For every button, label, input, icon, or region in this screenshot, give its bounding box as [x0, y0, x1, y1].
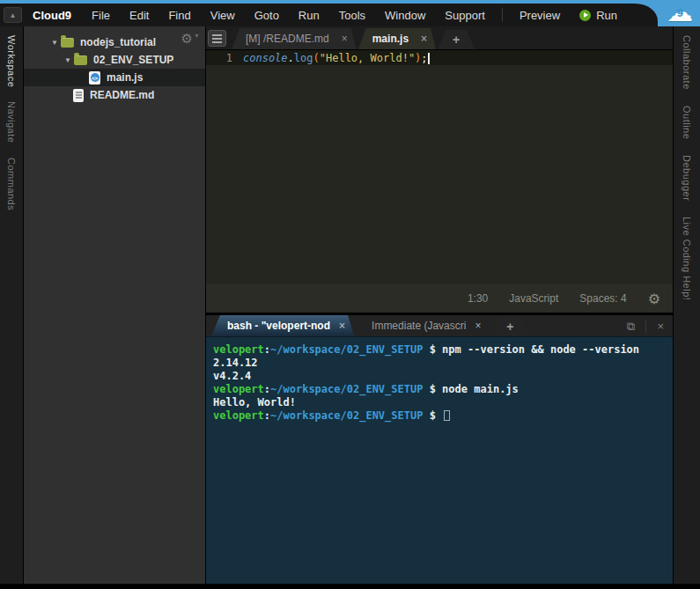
menu-file[interactable]: File — [82, 9, 120, 22]
editor-tab-mainjs[interactable]: main.js × — [358, 28, 436, 49]
new-editor-tab-button[interactable]: + — [438, 30, 475, 49]
menu-run[interactable]: Run — [289, 9, 329, 22]
folder-icon — [61, 38, 74, 48]
expand-arrow-icon[interactable]: ▼ — [48, 39, 61, 47]
expand-arrow-icon[interactable]: ▼ — [62, 56, 74, 64]
tree-settings-button[interactable]: ⚙ ▼ — [181, 31, 200, 47]
cursor-position-status[interactable]: 1:30 — [468, 292, 488, 305]
close-tab-icon[interactable]: × — [421, 33, 427, 45]
folder-icon — [74, 55, 87, 65]
js-badge-icon: <> — [91, 73, 99, 82]
tree-item-file[interactable]: README.md — [24, 86, 205, 104]
text-cursor — [428, 53, 430, 64]
main-area: Workspace Navigate Commands ⚙ ▼ ▼ nodejs… — [0, 26, 700, 584]
tab-list-icon — [212, 38, 222, 40]
menu-window[interactable]: Window — [375, 9, 435, 22]
javascript-file-icon: <> — [89, 71, 100, 85]
tree-item-label: nodejs_tutorial — [80, 36, 156, 48]
sidebar-tab-workspace[interactable]: Workspace — [6, 35, 17, 87]
chevron-up-icon: ▲ — [10, 11, 17, 19]
terminal-line: velopert:~/workspace/02_ENV_SETUP $ npm … — [213, 343, 666, 357]
terminal-tab-immediate[interactable]: Immediate (Javascri × — [356, 315, 490, 336]
terminal-tab-bash[interactable]: bash - "velopert-nod × — [211, 315, 354, 336]
controls-separator — [645, 320, 646, 333]
tab-list-menu-button[interactable] — [208, 30, 226, 47]
terminal-line: 2.14.12 — [213, 357, 666, 370]
sidebar-tab-live-coding-help[interactable]: Live Coding Help! — [682, 217, 692, 300]
sidebar-tab-commands[interactable]: Commands — [6, 158, 17, 210]
terminal-line: velopert:~/workspace/02_ENV_SETUP $ — [213, 409, 666, 423]
sidebar-tab-outline[interactable]: Outline — [682, 106, 692, 139]
editor-tab-bar: [M] /README.md × main.js × + — [206, 26, 673, 50]
sidebar-tab-navigate[interactable]: Navigate — [6, 101, 17, 143]
editor-tab-label: main.js — [372, 33, 409, 45]
menu-support[interactable]: Support — [435, 9, 495, 22]
terminal-output[interactable]: velopert:~/workspace/02_ENV_SETUP $ npm … — [206, 337, 673, 584]
menu-separator — [502, 8, 503, 22]
editor-tab-label: [M] /README.md — [246, 33, 329, 45]
sidebar-tab-collaborate[interactable]: Collaborate — [682, 35, 692, 90]
close-panel-icon[interactable]: × — [657, 320, 664, 333]
close-tab-icon[interactable]: × — [475, 320, 481, 332]
run-button-label: Run — [596, 9, 617, 22]
menu-tools[interactable]: Tools — [329, 9, 375, 22]
terminal-line: v4.2.4 — [213, 370, 666, 383]
bottom-border — [0, 584, 700, 589]
menu-bar: ☁ 9 ▲ Cloud9 File Edit Find View Goto Ru… — [0, 4, 700, 26]
menu-bar-inner: ▲ Cloud9 File Edit Find View Goto Run To… — [0, 4, 658, 26]
play-icon — [579, 10, 591, 21]
tree-item-label: main.js — [107, 71, 143, 84]
editor-settings-gear-icon[interactable]: ⚙ — [648, 291, 660, 307]
menu-goto[interactable]: Goto — [245, 9, 289, 22]
close-tab-icon[interactable]: × — [339, 320, 345, 332]
new-terminal-tab-button[interactable]: + — [491, 317, 528, 336]
line-number: 1 — [206, 52, 243, 64]
tree-item-label: README.md — [90, 89, 154, 101]
preview-button[interactable]: Preview — [510, 9, 570, 22]
sidebar-tab-debugger[interactable]: Debugger — [682, 155, 692, 201]
terminal-line: Hello, World! — [213, 396, 666, 409]
cloud9-logo: ☁ 9 — [658, 1, 693, 26]
collapse-menubar-button[interactable]: ▲ — [4, 7, 22, 23]
maximize-panel-icon[interactable]: ⧉ — [627, 320, 635, 334]
editor-terminal-column: [M] /README.md × main.js × + 1 console.l… — [206, 26, 673, 584]
code-content: console.log("Hello, World!"); — [243, 52, 430, 64]
cloud-logo-9: 9 — [677, 6, 683, 19]
language-mode-status[interactable]: JavaScript — [509, 292, 558, 305]
code-editor[interactable]: 1 console.log("Hello, World!"); — [206, 50, 673, 284]
terminal-line: velopert:~/workspace/02_ENV_SETUP $ node… — [213, 383, 666, 396]
menu-find[interactable]: Find — [158, 9, 200, 22]
editor-tab-readme[interactable]: [M] /README.md × — [232, 28, 357, 49]
file-tree-panel: ⚙ ▼ ▼ nodejs_tutorial ▼ 02_ENV_SETUP <> … — [24, 26, 206, 584]
menu-edit[interactable]: Edit — [120, 9, 158, 22]
tree-item-label: 02_ENV_SETUP — [93, 54, 173, 66]
document-file-icon — [73, 89, 84, 102]
cloud9-ide-window: ☁ 9 ▲ Cloud9 File Edit Find View Goto Ru… — [0, 0, 700, 589]
tree-item-file-selected[interactable]: <> main.js — [24, 69, 205, 86]
indentation-status[interactable]: Spaces: 4 — [579, 292, 626, 305]
run-button[interactable]: Run — [570, 9, 627, 22]
gear-icon: ⚙ — [181, 31, 193, 47]
menu-cloud9[interactable]: Cloud9 — [29, 9, 82, 22]
terminal-tab-label: Immediate (Javascri — [372, 320, 466, 332]
right-sidebar: Collaborate Outline Debugger Live Coding… — [673, 26, 700, 584]
terminal-tab-bar: bash - "velopert-nod × Immediate (Javasc… — [206, 315, 673, 337]
tree-item-folder[interactable]: ▼ nodejs_tutorial — [24, 33, 205, 51]
close-tab-icon[interactable]: × — [342, 33, 348, 45]
menu-view[interactable]: View — [201, 9, 245, 22]
terminal-cursor — [444, 410, 450, 421]
code-line-1: 1 console.log("Hello, World!"); — [206, 50, 673, 65]
terminal-panel-controls: ⧉ × — [627, 315, 664, 337]
terminal-tab-label: bash - "velopert-nod — [227, 320, 330, 332]
chevron-down-icon: ▼ — [194, 33, 200, 39]
left-sidebar: Workspace Navigate Commands — [0, 26, 24, 584]
tree-item-folder[interactable]: ▼ 02_ENV_SETUP — [24, 51, 205, 69]
editor-status-bar: 1:30 JavaScript Spaces: 4 ⚙ — [206, 284, 673, 313]
